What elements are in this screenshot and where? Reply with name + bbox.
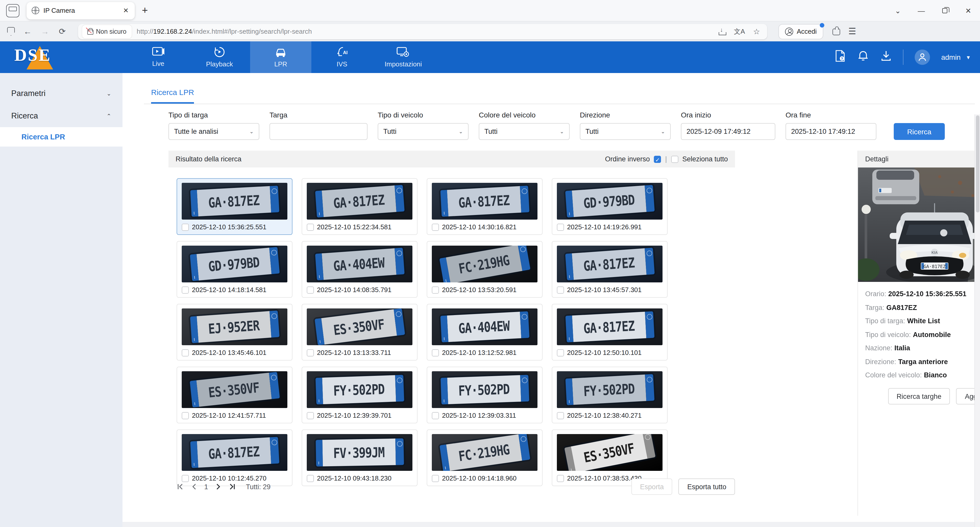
shield-icon[interactable] [7,27,15,36]
result-checkbox[interactable] [432,412,439,419]
tab-ricerca-lpr[interactable]: Ricerca LPR [151,88,194,103]
browser-scrollbar[interactable] [974,115,980,527]
search-button[interactable]: Ricerca [894,123,945,140]
plate-thumbnail[interactable]: GA·404EW [432,309,538,345]
reload-button[interactable]: ⟳ [54,27,71,36]
download-icon[interactable] [880,50,892,64]
user-caret-icon[interactable]: ▼ [966,54,971,60]
export-all-button[interactable]: Esporta tutto [679,479,735,495]
new-tab-button[interactable]: + [142,5,148,16]
restore-button[interactable] [933,6,956,15]
plate-thumbnail[interactable]: GA·817EZ [557,246,662,282]
result-checkbox[interactable] [307,349,314,356]
translate-icon[interactable]: 文A [734,27,745,36]
reverse-order-checkbox[interactable] [654,156,661,162]
result-checkbox[interactable] [307,223,314,231]
select-tipo-di-targa[interactable]: Tutte le analisi ⌄ [169,123,259,140]
lpr-result-cell[interactable]: FY·502PD 2025-12-10 12:39:39.701 [302,367,417,424]
security-chip[interactable]: Non sicuro [82,25,132,38]
lpr-result-cell[interactable]: GA·817EZ 2025-12-10 12:50:10.101 [552,304,668,360]
select-direzione[interactable]: Tutti ⌄ [580,123,671,140]
lpr-result-cell[interactable]: FY·502PD 2025-12-10 12:38:40.271 [552,367,668,424]
plate-thumbnail[interactable]: EJ·952ER [182,309,287,345]
result-checkbox[interactable] [557,349,564,356]
result-checkbox[interactable] [182,286,189,293]
result-checkbox[interactable] [557,286,564,293]
lpr-result-cell[interactable]: GA·817EZ 2025-12-10 15:22:34.581 [302,178,417,235]
browser-tab[interactable]: IP Camera ✕ [27,2,135,19]
plate-thumbnail[interactable]: GD·979BD [557,183,662,220]
plate-thumbnail[interactable]: GA·817EZ [182,434,287,471]
result-checkbox[interactable] [432,223,439,231]
plate-thumbnail[interactable]: FY·502PD [432,371,538,408]
page-number[interactable]: 1 [204,482,208,491]
result-checkbox[interactable] [557,412,564,419]
nav-item-ivs[interactable]: AIIVS [311,41,372,73]
plate-thumbnail[interactable]: FV·399JM [307,434,412,471]
user-avatar[interactable] [915,49,930,65]
lpr-result-cell[interactable]: GA·404EW 2025-12-10 13:12:52.981 [427,304,542,360]
plate-thumbnail[interactable]: FY·502PD [307,371,412,408]
last-page-button[interactable] [229,483,236,490]
nav-item-live[interactable]: Live [127,41,189,73]
close-button[interactable]: ✕ [956,6,980,15]
lpr-result-cell[interactable]: GD·979BD 2025-12-10 14:18:14.581 [177,241,293,298]
nav-item-lpr[interactable]: LPR [250,41,311,73]
input-ora-inizio[interactable]: 2025-12-09 17:49:12 [681,123,775,140]
result-checkbox[interactable] [307,412,314,419]
result-checkbox[interactable] [432,349,439,356]
result-checkbox[interactable] [182,223,189,231]
plate-thumbnail[interactable]: FC·219HG [432,246,538,282]
result-checkbox[interactable] [182,412,189,419]
lpr-result-cell[interactable]: GA·817EZ 2025-12-10 13:45:57.301 [552,241,668,298]
plate-thumbnail[interactable]: ES·350VF [182,371,287,408]
minimize-button[interactable]: — [910,6,933,15]
bookmark-star-icon[interactable]: ☆ [753,27,760,36]
lpr-result-cell[interactable]: GA·817EZ 2025-12-10 15:36:25.551 [177,178,293,235]
plate-thumbnail[interactable]: GA·404EW [307,246,412,282]
lpr-result-cell[interactable]: EJ·952ER 2025-12-10 13:45:46.101 [177,304,293,360]
extensions-icon[interactable] [832,27,840,35]
username-label[interactable]: admin [941,53,961,61]
plate-thumbnail[interactable]: ES·350VF [557,434,662,471]
plate-thumbnail[interactable]: GA·817EZ [307,183,412,220]
plate-thumbnail[interactable]: GA·817EZ [557,309,662,345]
url-text[interactable]: http://192.168.2.24/index.html#/lpr-sett… [137,27,312,35]
plate-thumbnail[interactable]: FY·502PD [557,371,662,408]
menu-icon[interactable]: ☰ [848,26,856,37]
url-bar[interactable]: Non sicuro http://192.168.2.24/index.htm… [78,24,767,39]
scrollbar-thumb[interactable] [976,115,980,212]
select-colore-del-veicolo[interactable]: Tutti ⌄ [479,123,570,140]
signin-button[interactable]: Accedi [778,24,823,39]
tab-list-chevron-icon[interactable]: ⌄ [886,6,910,15]
select-tipo-di-veicolo[interactable]: Tutti ⌄ [378,123,469,140]
lpr-result-cell[interactable]: FY·502PD 2025-12-10 12:39:03.311 [427,367,542,424]
export-button[interactable]: Esporta [632,479,673,495]
downloads-icon[interactable] [719,28,726,35]
back-button[interactable]: ← [19,27,36,36]
plate-thumbnail[interactable]: ES·350VF [307,309,412,345]
nav-item-playback[interactable]: Playback [189,41,250,73]
lpr-result-cell[interactable]: ES·350VF 2025-12-10 12:41:57.711 [177,367,293,424]
nav-item-impostazioni[interactable]: Impostazioni [372,41,434,73]
search-plates-button[interactable]: Ricerca targhe [888,388,950,404]
sidebar-group-ricerca[interactable]: Ricerca ⌃ [0,105,123,127]
input-ora-fine[interactable]: 2025-12-10 17:49:12 [786,123,877,140]
first-page-button[interactable] [177,483,184,490]
result-checkbox[interactable] [182,349,189,356]
lpr-result-cell[interactable]: ES·350VF 2025-12-10 13:13:33.711 [302,304,417,360]
lpr-result-cell[interactable]: FC·219HG 2025-12-10 13:53:20.591 [427,241,542,298]
sidebar-item-ricerca-lpr[interactable]: Ricerca LPR [0,127,123,146]
lpr-result-cell[interactable]: GA·404EW 2025-12-10 14:08:35.791 [302,241,417,298]
lpr-result-cell[interactable]: GD·979BD 2025-12-10 14:19:26.991 [552,178,668,235]
prev-page-button[interactable] [191,483,197,490]
firefox-view-icon[interactable] [6,4,19,17]
next-page-button[interactable] [215,483,221,490]
sidebar-group-parametri[interactable]: Parametri ⌄ [0,82,123,105]
select-all-checkbox[interactable] [671,156,678,162]
plate-thumbnail[interactable]: GA·817EZ [432,183,538,220]
plate-thumbnail[interactable]: GA·817EZ [182,183,287,220]
forward-button[interactable]: → [36,27,54,36]
result-checkbox[interactable] [307,286,314,293]
input-targa[interactable] [269,123,368,140]
